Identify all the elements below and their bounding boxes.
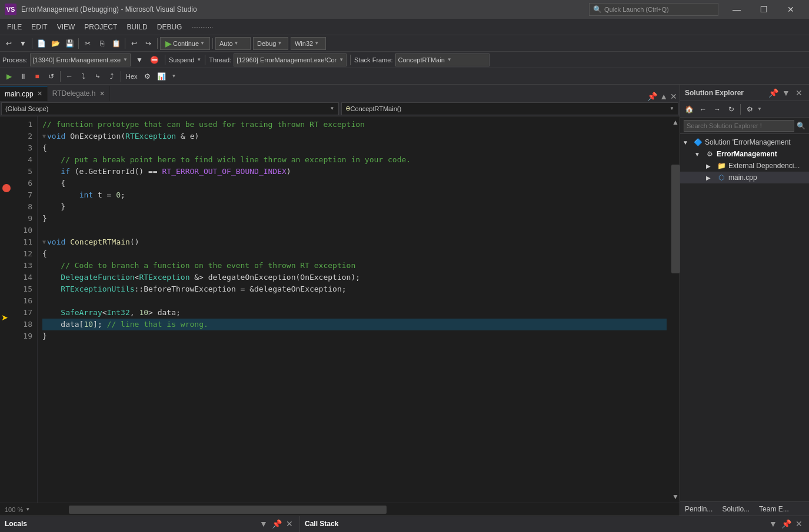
se-pin-btn[interactable]: 📌	[768, 88, 778, 98]
toolbar-btn-cut[interactable]: ✂	[81, 37, 94, 50]
debug-dropdown-arrow[interactable]: ▼	[277, 41, 282, 46]
step-into[interactable]: ⤵	[77, 70, 90, 83]
restore-button[interactable]: ❐	[750, 0, 777, 19]
suspend-dropdown-arrow[interactable]: ▼	[197, 57, 201, 62]
scope-dropdown-arrow[interactable]: ▼	[330, 106, 335, 111]
toolbar-btn-new[interactable]: 📄	[35, 37, 48, 50]
auto-dropdown[interactable]: Auto ▼	[215, 37, 251, 50]
step-over[interactable]: ⤷	[91, 70, 104, 83]
callstack-dropdown-btn[interactable]: ▼	[768, 518, 778, 529]
callstack-pin-btn[interactable]: 📌	[781, 518, 791, 529]
toolbar-btn-open[interactable]: 📂	[49, 37, 62, 50]
code-editor[interactable]: ➤ 1 2 3 4 5 6 7 8 9 10 11 12 13 14 15 16…	[0, 116, 680, 503]
hscrollbar-thumb[interactable]	[69, 506, 387, 514]
stackframe-dropdown-arrow[interactable]: ▼	[447, 57, 452, 62]
toolbar-btn-save[interactable]: 💾	[63, 37, 76, 50]
tab-main-cpp[interactable]: main.cpp ✕	[0, 86, 48, 101]
menu-debug[interactable]: DEBUG	[152, 21, 187, 34]
win32-dropdown[interactable]: Win32 ▼	[291, 37, 326, 50]
step-out[interactable]: ⤴	[105, 70, 118, 83]
menu-file[interactable]: FILE	[2, 21, 26, 34]
quick-launch-label[interactable]: Quick Launch (Ctrl+Q)	[604, 6, 669, 13]
scope-dropdown[interactable]: (Global Scope) ▼	[1, 102, 339, 115]
hex-btn[interactable]: ⚙	[141, 70, 154, 83]
filter-btn2[interactable]: ⛔	[148, 53, 161, 66]
menu-build[interactable]: BUILD	[122, 21, 152, 34]
callstack-close-btn[interactable]: ✕	[794, 518, 804, 529]
se-tab-solution[interactable]: Solutio...	[722, 503, 750, 516]
se-home-btn[interactable]: 🏠	[683, 103, 695, 116]
se-search-icon[interactable]: 🔍	[797, 122, 805, 130]
process-dropdown[interactable]: [13940] ErrorManagement.exe ▼	[30, 53, 131, 66]
tab-close-all[interactable]: ✕	[670, 92, 677, 101]
run-btn[interactable]: ▶	[2, 70, 15, 83]
se-settings-btn[interactable]: ⚙	[743, 103, 756, 116]
debug-dropdown[interactable]: Debug ▼	[253, 37, 288, 50]
se-refresh-btn[interactable]: ↻	[725, 103, 738, 116]
mem-btn[interactable]: 📊	[155, 70, 168, 83]
toolbar-btn-paste[interactable]: 📋	[109, 37, 122, 50]
thread-dropdown-arrow[interactable]: ▼	[339, 57, 344, 62]
tree-main-cpp[interactable]: ▶ ⬡ main.cpp	[680, 172, 809, 183]
collapse-btn-11[interactable]: ▼	[42, 236, 46, 248]
toolbar-btn-copy[interactable]: ⎘	[95, 37, 108, 50]
zoom-control[interactable]: 100 % ▼	[5, 506, 30, 513]
filter-btn[interactable]: ▼	[133, 53, 146, 66]
tab-rtdelegate-close[interactable]: ✕	[99, 90, 105, 98]
tab-arrow-btn[interactable]: ▲	[660, 92, 668, 101]
tree-main-cpp-expand[interactable]: ▶	[706, 175, 714, 181]
locals-close-btn[interactable]: ✕	[284, 518, 295, 529]
step-back[interactable]: ←	[63, 70, 76, 83]
stackframe-dropdown[interactable]: ConceptRTMain ▼	[395, 53, 490, 66]
zoom-dropdown-arrow[interactable]: ▼	[25, 507, 30, 512]
editor-vscrollbar[interactable]: ▲ ▼	[671, 116, 680, 503]
tree-project[interactable]: ▼ ⚙ ErrorManagement	[680, 148, 809, 160]
auto-dropdown-arrow[interactable]: ▼	[234, 41, 239, 46]
tab-main-cpp-close[interactable]: ✕	[37, 90, 42, 98]
restart-btn[interactable]: ↺	[45, 70, 58, 83]
se-back-btn[interactable]: ←	[697, 103, 710, 116]
se-tab-pending[interactable]: Pendin...	[685, 503, 713, 516]
tree-solution-expand[interactable]: ▼	[683, 139, 691, 146]
code-line-13: // Code to branch a function on the even…	[42, 260, 667, 272]
tab-rtdelegate[interactable]: RTDelegate.h ✕	[48, 86, 110, 101]
toolbar-btn-undo[interactable]: ↩	[128, 37, 141, 50]
se-settings-dropdown[interactable]: ▼	[757, 106, 762, 112]
debug-ctrl-dropdown[interactable]: ▼	[169, 73, 179, 79]
process-dropdown-arrow[interactable]: ▼	[123, 57, 128, 62]
tree-solution[interactable]: ▼ 🔷 Solution 'ErrorManagement	[680, 136, 809, 148]
toolbar-btn-1[interactable]: ↩	[2, 37, 15, 50]
pause-btn[interactable]: ⏸	[16, 70, 29, 83]
continue-button[interactable]: ▶ Continue ▼	[160, 37, 210, 50]
stop-btn[interactable]: ■	[31, 70, 44, 83]
function-dropdown[interactable]: ⊕ ConceptRTMain() ▼	[341, 102, 679, 115]
scroll-down-btn[interactable]: ▼	[671, 491, 680, 503]
thread-dropdown[interactable]: [12960] ErrorManagement.exe!Cor ▼	[234, 53, 347, 66]
menu-project[interactable]: PROJECT	[79, 21, 122, 34]
zoom-label: 100 %	[5, 506, 23, 513]
locals-pin-btn[interactable]: 📌	[271, 518, 282, 529]
scroll-thumb[interactable]	[671, 165, 680, 273]
minimize-button[interactable]: —	[723, 0, 750, 19]
collapse-btn-2[interactable]: ▼	[42, 131, 46, 142]
tree-ext-deps-expand[interactable]: ▶	[706, 163, 714, 169]
close-button[interactable]: ✕	[777, 0, 804, 19]
se-tab-team[interactable]: Team E...	[759, 503, 789, 516]
locals-dropdown-btn[interactable]: ▼	[258, 518, 269, 529]
toolbar-btn-redo[interactable]: ↪	[142, 37, 155, 50]
tree-ext-deps[interactable]: ▶ 📁 External Dependenci...	[680, 160, 809, 172]
menu-view[interactable]: VIEW	[52, 21, 80, 34]
se-forward-btn[interactable]: →	[711, 103, 724, 116]
se-search-input[interactable]	[684, 120, 794, 132]
continue-dropdown-arrow[interactable]: ▼	[200, 41, 205, 46]
function-dropdown-arrow[interactable]: ▼	[670, 106, 674, 111]
toolbar-btn-2[interactable]: ▼	[16, 37, 29, 50]
scroll-up-btn[interactable]: ▲	[671, 116, 680, 128]
se-dropdown-btn[interactable]: ▼	[781, 88, 791, 98]
tab-pin-btn[interactable]: 📌	[647, 92, 657, 101]
win32-dropdown-arrow[interactable]: ▼	[314, 41, 319, 46]
tree-project-expand[interactable]: ▼	[694, 151, 703, 158]
menu-edit[interactable]: EDIT	[26, 21, 52, 34]
code-content[interactable]: // function prototype that can be used f…	[38, 116, 671, 503]
se-close-btn[interactable]: ✕	[794, 88, 804, 98]
